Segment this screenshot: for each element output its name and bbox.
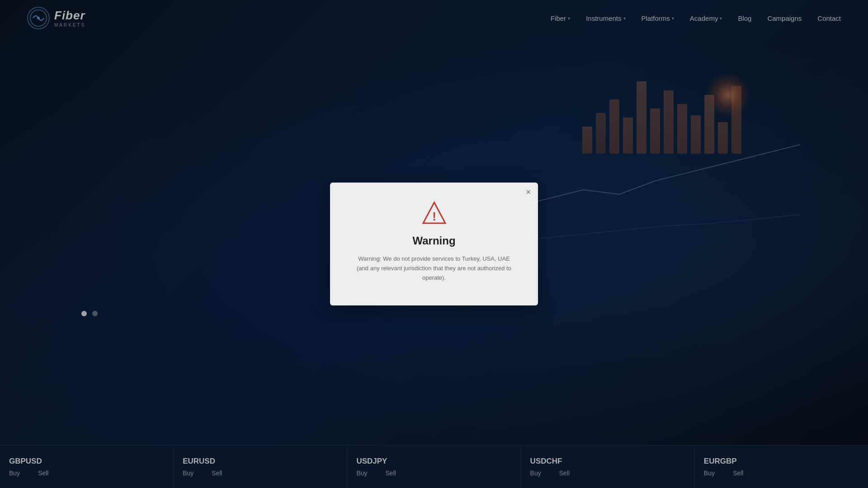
warning-modal: × ! Warning Warning: We do not provide s…: [330, 183, 538, 305]
warning-icon-container: !: [422, 201, 447, 225]
modal-backdrop: × ! Warning Warning: We do not provide s…: [0, 0, 868, 488]
modal-close-button[interactable]: ×: [526, 188, 531, 196]
svg-text:!: !: [432, 210, 436, 223]
modal-title: Warning: [353, 235, 515, 247]
modal-body-text: Warning: We do not provide services to T…: [353, 254, 515, 282]
warning-triangle-icon: !: [422, 201, 447, 225]
